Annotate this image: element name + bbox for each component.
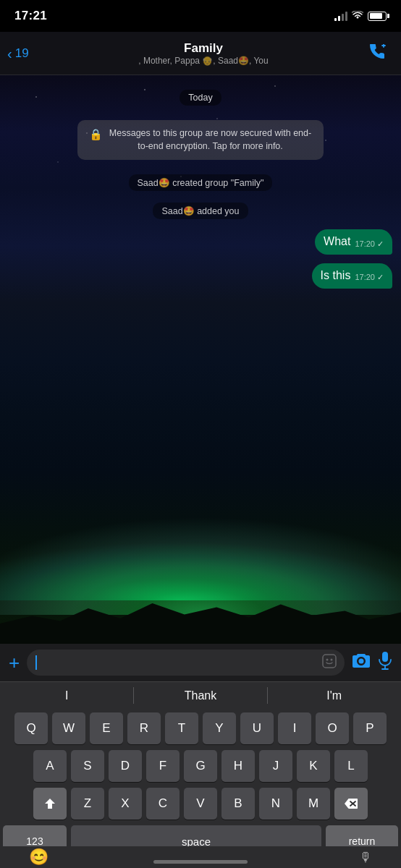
message-check-1: ✓ [377, 239, 384, 248]
predictive-item-0[interactable]: I [0, 682, 134, 709]
key-C[interactable]: C [146, 788, 180, 820]
key-Q[interactable]: Q [14, 712, 48, 744]
home-indicator [153, 860, 248, 864]
keyboard-row-3: Z X C V B N M [0, 784, 401, 822]
key-R[interactable]: R [127, 712, 161, 744]
message-row-1: What 17:20 ✓ [9, 229, 392, 255]
key-Z[interactable]: Z [71, 788, 104, 820]
add-attachment-button[interactable]: + [9, 652, 20, 674]
message-text-1: What [324, 234, 350, 250]
lock-icon: 🔒 [89, 128, 103, 141]
key-P[interactable]: P [353, 712, 387, 744]
svg-point-2 [331, 658, 333, 660]
keyboard: Q W E R T Y U I O P A S D F G H J K L Z … [0, 709, 401, 868]
battery-icon [368, 12, 387, 21]
key-Y[interactable]: Y [203, 712, 236, 744]
group-created-text: Saad🤩 created group "Family" [129, 174, 273, 191]
key-M[interactable]: M [297, 788, 330, 820]
key-E[interactable]: E [90, 712, 123, 744]
svg-point-1 [326, 658, 329, 660]
group-added-text: Saad🤩 added you [153, 203, 248, 219]
camera-button[interactable] [352, 652, 371, 673]
keyboard-row-1: Q W E R T Y U I O P [0, 709, 401, 746]
input-toolbar: + [0, 644, 401, 681]
message-row-2: Is this 17:20 ✓ [9, 263, 392, 289]
signal-icon [334, 11, 347, 21]
emoji-button[interactable]: 😊 [29, 848, 48, 867]
back-chevron-icon: ‹ [7, 46, 12, 61]
group-event-added: Saad🤩 added you [153, 203, 248, 219]
key-L[interactable]: L [334, 750, 368, 782]
keyboard-row-2: A S D F G H J K L [0, 746, 401, 784]
status-bar: 17:21 [0, 0, 401, 32]
delete-key[interactable] [334, 788, 368, 820]
key-H[interactable]: H [221, 750, 255, 782]
key-I[interactable]: I [278, 712, 311, 744]
status-time: 17:21 [14, 9, 47, 23]
key-W[interactable]: W [52, 712, 85, 744]
key-A[interactable]: A [33, 750, 67, 782]
key-D[interactable]: D [109, 750, 142, 782]
back-count: 19 [15, 46, 29, 61]
key-S[interactable]: S [71, 750, 104, 782]
voice-message-button[interactable] [378, 651, 392, 674]
message-time-2: 17:20 ✓ [355, 272, 384, 282]
chat-header: ‹ 19 Family , Mother, Pappa 👴, Saad🤩, Yo… [0, 32, 401, 75]
key-X[interactable]: X [109, 788, 142, 820]
svg-point-3 [359, 659, 364, 664]
svg-rect-4 [382, 652, 388, 662]
message-time-1: 17:20 ✓ [355, 239, 384, 249]
date-divider: Today [180, 90, 221, 106]
predictive-bar: I Thank I'm [0, 681, 401, 709]
header-info[interactable]: Family , Mother, Pappa 👴, Saad🤩, You [43, 41, 363, 66]
security-notice[interactable]: 🔒 Messages to this group are now secured… [77, 120, 324, 160]
message-input[interactable] [27, 650, 345, 676]
date-label: Today [180, 90, 221, 106]
key-F[interactable]: F [146, 750, 180, 782]
key-N[interactable]: N [259, 788, 292, 820]
predictive-text-1: Thank [185, 689, 216, 702]
group-members: , Mother, Pappa 👴, Saad🤩, You [138, 56, 268, 66]
group-name: Family [184, 41, 223, 56]
sticker-button[interactable] [321, 653, 337, 673]
key-U[interactable]: U [240, 712, 274, 744]
group-event-created: Saad🤩 created group "Family" [129, 174, 273, 191]
security-text: Messages to this group are now secured w… [109, 127, 312, 153]
shift-key[interactable] [33, 788, 67, 820]
messages-area: Today 🔒 Messages to this group are now s… [0, 75, 401, 644]
call-button[interactable] [363, 41, 394, 66]
keyboard-bottom-bar: 😊 🎙 [0, 846, 401, 868]
key-J[interactable]: J [259, 750, 292, 782]
message-check-2: ✓ [377, 273, 384, 281]
back-button[interactable]: ‹ 19 [7, 46, 43, 61]
key-V[interactable]: V [184, 788, 217, 820]
dictation-button[interactable]: 🎙 [359, 850, 372, 865]
predictive-text-2: I'm [326, 689, 342, 702]
key-O[interactable]: O [316, 712, 349, 744]
predictive-item-2[interactable]: I'm [267, 682, 401, 709]
wifi-icon [352, 10, 363, 22]
text-cursor [35, 655, 37, 670]
message-text-2: Is this [321, 268, 351, 284]
key-B[interactable]: B [221, 788, 255, 820]
status-icons [334, 10, 387, 22]
key-G[interactable]: G [184, 750, 217, 782]
predictive-text-0: I [65, 689, 68, 702]
key-K[interactable]: K [297, 750, 330, 782]
message-bubble-1[interactable]: What 17:20 ✓ [315, 229, 392, 255]
key-T[interactable]: T [165, 712, 198, 744]
svg-rect-0 [323, 655, 336, 668]
predictive-item-1[interactable]: Thank [134, 682, 268, 709]
message-bubble-2[interactable]: Is this 17:20 ✓ [312, 263, 392, 289]
